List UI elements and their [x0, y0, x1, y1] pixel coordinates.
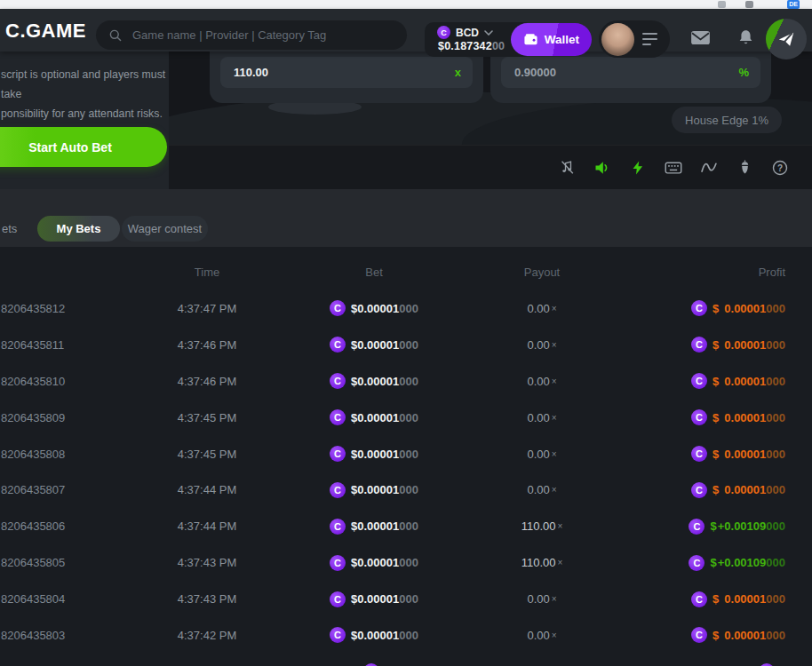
coin-icon: C — [330, 300, 346, 316]
bet-amount: C $0.00001000 — [307, 508, 441, 544]
coin-icon: C — [691, 482, 707, 498]
bet-amount: C $0.00001000 — [307, 290, 441, 327]
browser-extension-icon[interactable] — [718, 1, 726, 8]
tab-all-bets-partial[interactable]: ets — [2, 216, 17, 242]
coin-icon: C — [691, 627, 707, 643]
search-icon — [108, 28, 123, 43]
bet-profit: C $0.00001000 — [630, 436, 785, 472]
house-edge-badge: House Edge 1% — [672, 107, 782, 133]
bet-time: 4:37:45 PM — [142, 436, 272, 472]
coin-icon: C — [330, 591, 346, 607]
game-toolbar: ? — [169, 145, 812, 189]
bet-payout: 0.00× — [480, 472, 604, 508]
mail-icon[interactable] — [690, 30, 711, 45]
table-row[interactable]: 8206435807 4:37:44 PM C $0.00001000 0.00… — [0, 472, 812, 508]
bet-payout: 0.00× — [480, 436, 604, 472]
table-row[interactable]: 8206435804 4:37:43 PM C $0.00001000 0.00… — [0, 581, 812, 617]
table-row[interactable]: 8206435811 4:37:46 PM C $0.00001000 0.00… — [0, 327, 812, 363]
col-header-profit: Profit — [630, 259, 785, 284]
bet-payout: 0.00× — [480, 400, 604, 436]
tab-my-bets[interactable]: My Bets — [37, 216, 120, 242]
bet-id: 8206435804 — [0, 581, 152, 617]
coin-icon: C — [330, 519, 346, 535]
help-icon[interactable]: ? — [771, 159, 789, 177]
bet-id: 8206435805 — [0, 544, 152, 581]
start-auto-bet-button[interactable]: Start Auto Bet — [0, 127, 167, 167]
bet-profit: C $+0.00109000 — [630, 544, 785, 581]
table-row[interactable]: 8206435810 4:37:46 PM C $0.00001000 0.00… — [0, 363, 812, 400]
logo[interactable]: C.GAME — [5, 20, 86, 43]
bet-amount: C $0.00001000 — [307, 544, 441, 581]
col-header-bet: Bet — [307, 259, 441, 284]
win-chance-field[interactable]: % — [501, 57, 760, 88]
my-bets-table: Time Bet Payout Profit 8206435812 4:37:4… — [0, 247, 812, 666]
translate-de-badge[interactable]: DE — [787, 0, 800, 9]
table-row[interactable]: C C — [0, 654, 812, 666]
wallet-button[interactable]: Wallet — [511, 23, 592, 56]
balance-amount: $0.18734200 — [438, 40, 505, 52]
bets-table-body: 8206435812 4:37:47 PM C $0.00001000 0.00… — [0, 290, 812, 666]
bet-amount: C $0.00001000 — [307, 436, 441, 472]
table-row[interactable]: 8206435805 4:37:43 PM C $0.00001000 110.… — [0, 544, 812, 581]
currency-row: C BCD — [437, 26, 493, 39]
payout-input[interactable] — [232, 65, 413, 80]
turbo-bolt-icon[interactable] — [629, 159, 647, 177]
avatar[interactable] — [601, 23, 634, 56]
bet-profit: C $0.00001000 — [630, 617, 785, 654]
coin-icon: C — [330, 446, 346, 462]
bet-amount: C $0.00001000 — [307, 363, 441, 400]
bets-tabs-band: ets My Bets Wager contest — [0, 189, 812, 247]
browser-profile-icon[interactable] — [745, 1, 753, 8]
bet-id: 8206435807 — [0, 472, 152, 508]
bet-profit: C $0.00001000 — [630, 327, 785, 363]
bet-time: 4:37:42 PM — [142, 617, 272, 654]
bc-game-app: DE C.GAME C BCD $0.18734200 — [0, 0, 812, 666]
table-row[interactable]: 8206435812 4:37:47 PM C $0.00001000 0.00… — [0, 290, 812, 327]
sound-on-icon[interactable] — [593, 159, 611, 177]
seed-fairness-icon[interactable] — [736, 159, 753, 177]
bet-payout: 0.00× — [480, 581, 604, 617]
tab-wager-contest[interactable]: Wager contest — [122, 216, 208, 242]
table-row[interactable]: 8206435806 4:37:44 PM C $0.00001000 110.… — [0, 508, 812, 544]
trends-icon[interactable] — [700, 159, 718, 177]
hotkeys-keyboard-icon[interactable] — [665, 159, 682, 177]
bet-id: 8206435803 — [0, 617, 152, 654]
bet-time: 4:37:45 PM — [142, 400, 272, 436]
bet-time: 4:37:44 PM — [142, 472, 272, 508]
coin-icon: C — [691, 409, 707, 425]
header: C.GAME C BCD $0.18734200 — [0, 9, 812, 52]
payout-field[interactable]: x — [220, 57, 473, 88]
bet-id — [0, 654, 152, 666]
bet-profit: C $0.00001000 — [630, 472, 785, 508]
table-row[interactable]: 8206435803 4:37:42 PM C $0.00001000 0.00… — [0, 617, 812, 654]
coin-icon: C — [330, 482, 346, 498]
bet-payout: 110.00× — [480, 508, 604, 544]
bet-time: 4:37:46 PM — [142, 327, 272, 363]
music-off-icon[interactable] — [558, 159, 576, 177]
win-chance-input[interactable] — [513, 65, 694, 80]
svg-text:?: ? — [777, 163, 783, 172]
table-row[interactable]: 8206435809 4:37:45 PM C $0.00001000 0.00… — [0, 400, 812, 436]
coin-icon: C — [689, 555, 705, 571]
wallet-icon — [523, 33, 538, 46]
bet-payout: 0.00× — [480, 363, 604, 400]
coin-icon: C — [689, 519, 705, 535]
bet-time: 4:37:47 PM — [142, 290, 272, 327]
col-header-payout: Payout — [480, 259, 604, 284]
bcd-coin-icon: C — [437, 26, 450, 39]
bet-profit: C $0.00001000 — [630, 400, 785, 436]
chat-toggle-button[interactable] — [766, 19, 807, 59]
bet-payout: 0.00× — [480, 617, 604, 654]
coin-icon: C — [691, 337, 707, 353]
table-row[interactable]: 8206435808 4:37:45 PM C $0.00001000 0.00… — [0, 436, 812, 472]
user-menu[interactable] — [599, 20, 670, 58]
chat-pennant-icon — [776, 29, 796, 49]
search-input[interactable] — [131, 28, 383, 43]
bell-icon[interactable] — [736, 28, 755, 48]
bet-panel: script is optional and players must take… — [0, 52, 169, 189]
search-bar[interactable] — [96, 20, 407, 50]
coin-icon: C — [691, 300, 707, 316]
bet-amount: C $0.00001000 — [307, 617, 441, 654]
bet-amount: C $0.00001000 — [307, 327, 441, 363]
table-header: Time Bet Payout Profit — [0, 259, 812, 284]
